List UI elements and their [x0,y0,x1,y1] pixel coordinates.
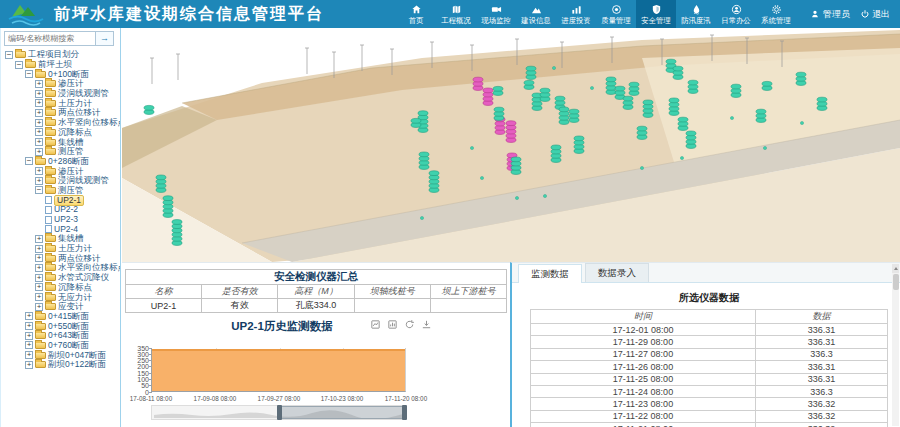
nav-project-overview[interactable]: 工程概况 [436,0,476,28]
monitoring-point-teal[interactable] [419,152,429,169]
expander-icon[interactable]: + [35,99,43,107]
tree-node[interactable]: +浸润线观测管 [1,89,120,99]
monitoring-point-teal[interactable] [678,117,688,130]
logout-button[interactable]: 退出 [860,8,890,21]
tab-monitoring-data[interactable]: 监测数据 [518,264,582,283]
monitoring-point-teal[interactable] [540,88,550,101]
tree-node[interactable]: +土压力计 [1,244,120,254]
monitoring-point-teal[interactable] [817,97,827,110]
monitoring-point-teal[interactable] [762,81,772,90]
tree-search-input[interactable] [4,31,96,46]
monitoring-point-teal[interactable] [796,72,806,85]
expander-icon[interactable]: − [25,70,33,78]
monitoring-point-teal[interactable] [429,171,439,193]
monitoring-point-teal[interactable] [494,107,504,120]
monitoring-point-teal[interactable] [559,107,569,124]
expander-icon[interactable]: + [25,341,33,349]
restore-icon[interactable] [404,319,415,330]
monitoring-point-teal[interactable] [163,196,173,218]
monitoring-point-teal[interactable] [623,96,633,109]
scrollbar-up-arrow-icon[interactable] [892,264,899,273]
monitoring-point-teal[interactable] [574,136,584,153]
expander-icon[interactable]: + [25,312,33,320]
monitoring-point-teal[interactable] [526,66,536,79]
expander-icon[interactable]: + [35,283,43,291]
monitoring-point-teal[interactable] [629,82,639,95]
expander-icon[interactable]: + [35,303,43,311]
nav-daily-office[interactable]: 日常办公 [716,0,756,28]
tree-node[interactable]: +0+760断面 [1,341,120,351]
expander-icon[interactable]: + [25,322,33,330]
monitoring-point-teal[interactable] [144,105,154,114]
monitoring-point-magenta[interactable] [483,88,493,105]
datazoom-right-handle[interactable] [402,405,407,420]
3d-model-view[interactable] [122,28,900,262]
expander-icon[interactable]: + [35,80,43,88]
monitoring-point-teal[interactable] [493,86,503,95]
monitoring-point-teal[interactable] [669,98,679,115]
expander-icon[interactable]: − [5,51,13,59]
monitoring-point-teal[interactable] [156,175,166,192]
expander-icon[interactable]: − [15,61,23,69]
monitoring-point-teal[interactable] [643,100,653,117]
expander-icon[interactable]: + [25,351,33,359]
expander-icon[interactable]: + [35,254,43,262]
monitoring-point-teal[interactable] [606,77,616,94]
expander-icon[interactable]: + [35,109,43,117]
expander-icon[interactable]: + [35,90,43,98]
right-panel-scrollbar[interactable] [892,264,899,426]
monitoring-point-teal[interactable] [673,66,683,79]
save-image-icon[interactable] [421,319,432,330]
expander-icon[interactable]: + [35,177,43,185]
tree-node[interactable]: −前坪土坝 [1,60,120,70]
expander-icon[interactable]: + [35,119,43,127]
magictype-line-icon[interactable] [370,319,381,330]
expander-icon[interactable]: − [35,186,43,194]
expander-icon[interactable]: + [35,167,43,175]
nav-site-monitoring[interactable]: 现场监控 [476,0,516,28]
monitoring-point-teal[interactable] [172,220,182,246]
tree-node[interactable]: +副坝0+122断面 [1,360,120,370]
nav-flood-control[interactable]: 防汛度汛 [676,0,716,28]
chart-plot[interactable]: 350300250200150100500 [151,348,406,392]
expander-icon[interactable]: − [25,157,33,165]
monitoring-point-teal[interactable] [524,80,534,89]
monitoring-point-teal[interactable] [756,109,766,122]
tree-search-button[interactable]: → [96,31,114,46]
expander-icon[interactable]: + [25,332,33,340]
tree-node[interactable]: +0+415断面 [1,312,120,322]
monitoring-point-teal[interactable] [511,157,521,174]
tab-data-entry[interactable]: 数据录入 [585,263,649,282]
monitoring-point-magenta[interactable] [506,121,516,143]
monitoring-point-teal[interactable] [688,80,698,93]
datazoom-slider[interactable] [151,405,406,420]
expander-icon[interactable]: + [35,148,43,156]
monitoring-point-magenta[interactable] [473,77,483,90]
scrollbar-thumb[interactable] [893,274,899,290]
monitoring-point-teal[interactable] [731,84,741,97]
monitoring-point-teal[interactable] [686,131,696,148]
monitoring-point-teal[interactable] [411,118,421,127]
datazoom-left-handle[interactable] [277,405,282,420]
expander-icon[interactable]: + [35,245,43,253]
nav-progress-investment[interactable]: 进度投资 [556,0,596,28]
expander-icon[interactable]: + [35,235,43,243]
expander-icon[interactable]: + [35,274,43,282]
nav-quality-management[interactable]: 质量管理 [596,0,636,28]
current-user[interactable]: 管理员 [810,8,850,21]
expander-icon[interactable]: + [35,138,43,146]
expander-icon[interactable]: + [35,264,43,272]
nav-home[interactable]: 首页 [396,0,436,28]
tree-node[interactable]: +沉降标点 [1,283,120,293]
datazoom-selected-range[interactable] [279,406,406,419]
magictype-bar-icon[interactable] [387,319,398,330]
monitoring-point-teal[interactable] [551,145,561,162]
expander-icon[interactable]: + [35,128,43,136]
tree-node[interactable]: UP2-3 [1,215,120,225]
expander-icon[interactable]: + [25,361,33,369]
monitoring-point-teal[interactable] [569,109,579,122]
monitoring-point-teal[interactable] [637,126,647,139]
tree-node[interactable]: −测压管 [1,186,120,196]
expander-icon[interactable]: + [35,293,43,301]
nav-safety-management[interactable]: 安全管理 [636,0,676,28]
